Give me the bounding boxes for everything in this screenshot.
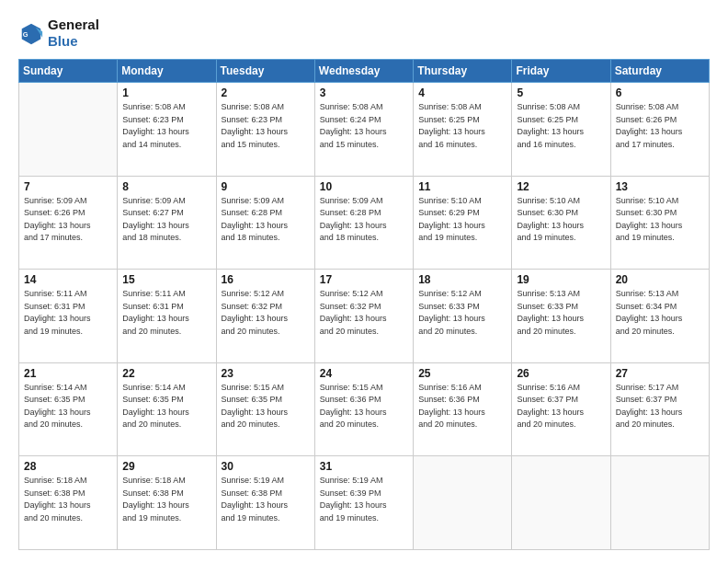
day-number: 10 — [320, 180, 408, 193]
calendar-header-friday: Friday — [512, 60, 610, 83]
day-info: Sunrise: 5:19 AM Sunset: 6:39 PM Dayligh… — [320, 475, 408, 524]
day-info: Sunrise: 5:13 AM Sunset: 6:34 PM Dayligh… — [616, 288, 704, 338]
calendar-cell: 26Sunrise: 5:16 AM Sunset: 6:37 PM Dayli… — [512, 362, 610, 456]
day-number: 30 — [222, 460, 310, 473]
calendar-cell: 11Sunrise: 5:10 AM Sunset: 6:29 PM Dayli… — [414, 176, 512, 270]
page: G General Blue SundayMondayTuesdayWednes… — [0, 0, 728, 563]
day-number: 24 — [320, 367, 408, 380]
day-number: 8 — [122, 180, 210, 193]
logo: G General Blue — [18, 17, 99, 50]
calendar-cell: 27Sunrise: 5:17 AM Sunset: 6:37 PM Dayli… — [610, 362, 709, 456]
day-info: Sunrise: 5:10 AM Sunset: 6:30 PM Dayligh… — [517, 195, 605, 245]
calendar-cell: 24Sunrise: 5:15 AM Sunset: 6:36 PM Dayli… — [314, 362, 413, 456]
calendar-cell: 23Sunrise: 5:15 AM Sunset: 6:35 PM Dayli… — [216, 362, 314, 456]
day-number: 31 — [320, 460, 408, 473]
calendar-cell: 19Sunrise: 5:13 AM Sunset: 6:33 PM Dayli… — [512, 270, 610, 363]
day-info: Sunrise: 5:10 AM Sunset: 6:29 PM Dayligh… — [418, 195, 506, 245]
day-number: 26 — [517, 367, 605, 380]
day-info: Sunrise: 5:16 AM Sunset: 6:36 PM Dayligh… — [418, 382, 506, 431]
svg-text:G: G — [23, 30, 28, 39]
calendar-cell — [610, 456, 709, 550]
day-number: 1 — [122, 86, 210, 99]
calendar-cell: 6Sunrise: 5:08 AM Sunset: 6:26 PM Daylig… — [610, 83, 709, 177]
calendar-cell: 18Sunrise: 5:12 AM Sunset: 6:33 PM Dayli… — [414, 270, 512, 363]
day-info: Sunrise: 5:12 AM Sunset: 6:33 PM Dayligh… — [418, 288, 506, 338]
calendar-week-row: 1Sunrise: 5:08 AM Sunset: 6:23 PM Daylig… — [19, 83, 710, 177]
calendar-week-row: 28Sunrise: 5:18 AM Sunset: 6:38 PM Dayli… — [19, 456, 710, 550]
day-info: Sunrise: 5:18 AM Sunset: 6:38 PM Dayligh… — [122, 475, 210, 524]
day-number: 13 — [616, 180, 704, 193]
calendar-cell: 1Sunrise: 5:08 AM Sunset: 6:23 PM Daylig… — [118, 83, 216, 177]
day-info: Sunrise: 5:17 AM Sunset: 6:37 PM Dayligh… — [616, 382, 704, 431]
day-number: 23 — [222, 367, 310, 380]
calendar-cell: 8Sunrise: 5:09 AM Sunset: 6:27 PM Daylig… — [118, 176, 216, 270]
calendar-cell: 10Sunrise: 5:09 AM Sunset: 6:28 PM Dayli… — [314, 176, 413, 270]
calendar-cell: 31Sunrise: 5:19 AM Sunset: 6:39 PM Dayli… — [314, 456, 413, 550]
day-number: 19 — [517, 273, 605, 286]
day-info: Sunrise: 5:11 AM Sunset: 6:31 PM Dayligh… — [24, 288, 112, 338]
calendar-cell: 12Sunrise: 5:10 AM Sunset: 6:30 PM Dayli… — [512, 176, 610, 270]
day-info: Sunrise: 5:14 AM Sunset: 6:35 PM Dayligh… — [24, 382, 112, 431]
calendar-cell — [512, 456, 610, 550]
day-number: 6 — [616, 86, 704, 99]
day-number: 3 — [320, 86, 408, 99]
day-info: Sunrise: 5:15 AM Sunset: 6:35 PM Dayligh… — [222, 382, 310, 431]
day-number: 25 — [418, 367, 506, 380]
day-info: Sunrise: 5:09 AM Sunset: 6:28 PM Dayligh… — [222, 195, 310, 245]
calendar-week-row: 14Sunrise: 5:11 AM Sunset: 6:31 PM Dayli… — [19, 270, 710, 363]
day-number: 27 — [616, 367, 704, 380]
logo-icon: G — [18, 20, 44, 46]
calendar-cell: 28Sunrise: 5:18 AM Sunset: 6:38 PM Dayli… — [19, 456, 118, 550]
day-info: Sunrise: 5:13 AM Sunset: 6:33 PM Dayligh… — [517, 288, 605, 338]
day-info: Sunrise: 5:18 AM Sunset: 6:38 PM Dayligh… — [24, 475, 112, 524]
day-info: Sunrise: 5:15 AM Sunset: 6:36 PM Dayligh… — [320, 382, 408, 431]
calendar-cell: 25Sunrise: 5:16 AM Sunset: 6:36 PM Dayli… — [414, 362, 512, 456]
day-info: Sunrise: 5:16 AM Sunset: 6:37 PM Dayligh… — [517, 382, 605, 431]
calendar-cell: 30Sunrise: 5:19 AM Sunset: 6:38 PM Dayli… — [216, 456, 314, 550]
day-info: Sunrise: 5:12 AM Sunset: 6:32 PM Dayligh… — [222, 288, 310, 338]
calendar-cell: 20Sunrise: 5:13 AM Sunset: 6:34 PM Dayli… — [610, 270, 709, 363]
day-info: Sunrise: 5:12 AM Sunset: 6:32 PM Dayligh… — [320, 288, 408, 338]
calendar-cell: 14Sunrise: 5:11 AM Sunset: 6:31 PM Dayli… — [19, 270, 118, 363]
day-number: 15 — [122, 273, 210, 286]
day-info: Sunrise: 5:10 AM Sunset: 6:30 PM Dayligh… — [616, 195, 704, 245]
day-number: 12 — [517, 180, 605, 193]
calendar-header-wednesday: Wednesday — [314, 60, 413, 83]
calendar-header-saturday: Saturday — [610, 60, 709, 83]
calendar-cell: 5Sunrise: 5:08 AM Sunset: 6:25 PM Daylig… — [512, 83, 610, 177]
day-number: 14 — [24, 273, 112, 286]
day-number: 22 — [122, 367, 210, 380]
day-number: 18 — [418, 273, 506, 286]
day-info: Sunrise: 5:08 AM Sunset: 6:23 PM Dayligh… — [122, 101, 210, 151]
calendar-cell — [19, 83, 118, 177]
day-info: Sunrise: 5:09 AM Sunset: 6:27 PM Dayligh… — [122, 195, 210, 245]
calendar-cell: 29Sunrise: 5:18 AM Sunset: 6:38 PM Dayli… — [118, 456, 216, 550]
day-info: Sunrise: 5:08 AM Sunset: 6:26 PM Dayligh… — [616, 101, 704, 151]
calendar-week-row: 21Sunrise: 5:14 AM Sunset: 6:35 PM Dayli… — [19, 362, 710, 456]
day-info: Sunrise: 5:08 AM Sunset: 6:25 PM Dayligh… — [517, 101, 605, 151]
calendar-header-row: SundayMondayTuesdayWednesdayThursdayFrid… — [19, 60, 710, 83]
logo-text-line2: Blue — [48, 33, 99, 50]
day-number: 29 — [122, 460, 210, 473]
day-number: 5 — [517, 86, 605, 99]
calendar-cell: 4Sunrise: 5:08 AM Sunset: 6:25 PM Daylig… — [414, 83, 512, 177]
day-number: 17 — [320, 273, 408, 286]
calendar-table: SundayMondayTuesdayWednesdayThursdayFrid… — [18, 59, 710, 550]
calendar-header-tuesday: Tuesday — [216, 60, 314, 83]
calendar-cell — [414, 456, 512, 550]
day-number: 2 — [222, 86, 310, 99]
calendar-cell: 2Sunrise: 5:08 AM Sunset: 6:23 PM Daylig… — [216, 83, 314, 177]
calendar-cell: 9Sunrise: 5:09 AM Sunset: 6:28 PM Daylig… — [216, 176, 314, 270]
day-info: Sunrise: 5:08 AM Sunset: 6:25 PM Dayligh… — [418, 101, 506, 151]
day-number: 9 — [222, 180, 310, 193]
day-info: Sunrise: 5:09 AM Sunset: 6:26 PM Dayligh… — [24, 195, 112, 245]
calendar-cell: 22Sunrise: 5:14 AM Sunset: 6:35 PM Dayli… — [118, 362, 216, 456]
calendar-cell: 15Sunrise: 5:11 AM Sunset: 6:31 PM Dayli… — [118, 270, 216, 363]
calendar-cell: 13Sunrise: 5:10 AM Sunset: 6:30 PM Dayli… — [610, 176, 709, 270]
day-number: 11 — [418, 180, 506, 193]
day-number: 20 — [616, 273, 704, 286]
calendar-cell: 17Sunrise: 5:12 AM Sunset: 6:32 PM Dayli… — [314, 270, 413, 363]
calendar-header-thursday: Thursday — [414, 60, 512, 83]
day-info: Sunrise: 5:11 AM Sunset: 6:31 PM Dayligh… — [122, 288, 210, 338]
day-info: Sunrise: 5:19 AM Sunset: 6:38 PM Dayligh… — [222, 475, 310, 524]
